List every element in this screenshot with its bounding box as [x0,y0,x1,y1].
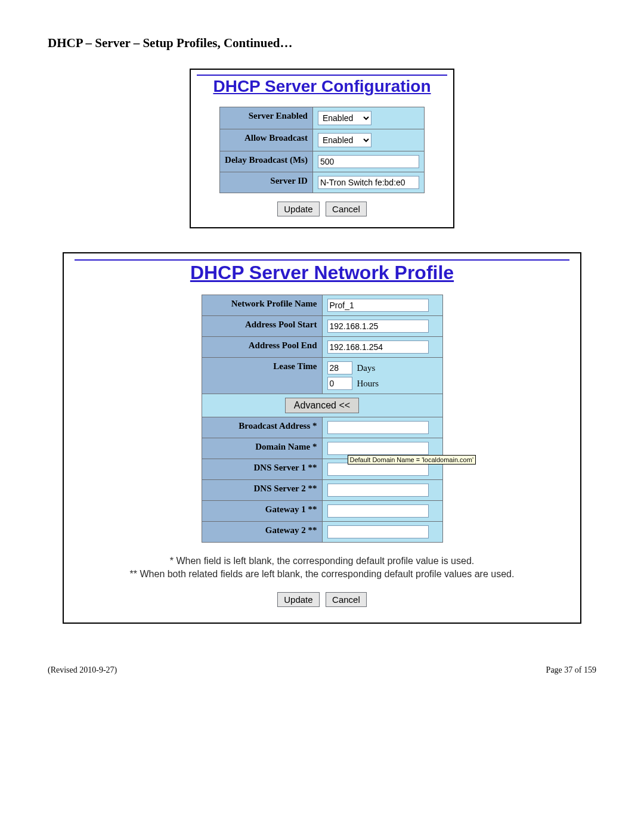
broadcast-addr-input[interactable] [327,421,429,434]
revised-date: (Revised 2010-9-27) [48,665,117,675]
profile-table: Network Profile Name Address Pool Start … [202,295,443,543]
page-footer: (Revised 2010-9-27) Page 37 of 159 [48,665,596,675]
lease-days-unit: Days [357,363,376,373]
lease-days-input[interactable] [327,361,352,374]
dns2-input[interactable] [327,484,429,497]
lease-time-label: Lease Time [202,358,322,394]
config-update-button[interactable]: Update [277,202,319,216]
allow-broadcast-label: Allow Broadcast [220,129,313,151]
server-id-label: Server ID [220,172,313,193]
domain-name-input[interactable] [327,442,429,455]
advanced-toggle-button[interactable]: Advanced << [285,398,359,413]
config-panel-title: DHCP Server Configuration [197,77,447,96]
profile-cancel-button[interactable]: Cancel [326,592,367,607]
delay-broadcast-input[interactable] [318,155,419,168]
gateway1-input[interactable] [327,504,429,518]
lease-hours-unit: Hours [357,379,379,389]
server-enabled-select[interactable]: Enabled [318,111,371,125]
pool-start-input[interactable] [327,320,429,333]
domain-name-tooltip: Default Domain Name = 'localdomain.com' [348,455,476,465]
dns2-label: DNS Server 2 ** [202,480,322,501]
note-single-asterisk: * When field is left blank, the correspo… [75,555,569,568]
gateway2-label: Gateway 2 ** [202,522,322,543]
note-double-asterisk: ** When both related fields are left bla… [75,568,569,581]
page-number: Page 37 of 159 [546,665,596,675]
domain-name-label: Domain Name * [202,438,322,459]
broadcast-addr-label: Broadcast Address * [202,417,322,438]
pool-start-label: Address Pool Start [202,316,322,337]
server-enabled-label: Server Enabled [220,107,313,129]
lease-hours-input[interactable] [327,377,352,390]
profile-name-input[interactable] [327,299,429,312]
profile-name-label: Network Profile Name [202,295,322,316]
profile-update-button[interactable]: Update [277,592,319,607]
allow-broadcast-select[interactable]: Enabled [318,133,371,147]
server-id-input[interactable] [318,176,419,189]
gateway1-label: Gateway 1 ** [202,501,322,522]
profile-panel-title: DHCP Server Network Profile [75,262,569,284]
page-heading: DHCP – Server – Setup Profiles, Continue… [48,36,596,51]
config-panel: DHCP Server Configuration Server Enabled… [190,69,454,228]
dns1-label: DNS Server 1 ** [202,459,322,480]
pool-end-label: Address Pool End [202,337,322,358]
pool-end-input[interactable] [327,340,429,354]
dns1-input[interactable] [327,463,429,476]
gateway2-input[interactable] [327,525,429,538]
config-cancel-button[interactable]: Cancel [326,202,367,216]
delay-broadcast-label: Delay Broadcast (Ms) [220,151,313,172]
profile-panel: DHCP Server Network Profile Network Prof… [63,252,581,624]
config-table: Server Enabled Enabled Allow Broadcast E… [219,107,425,193]
